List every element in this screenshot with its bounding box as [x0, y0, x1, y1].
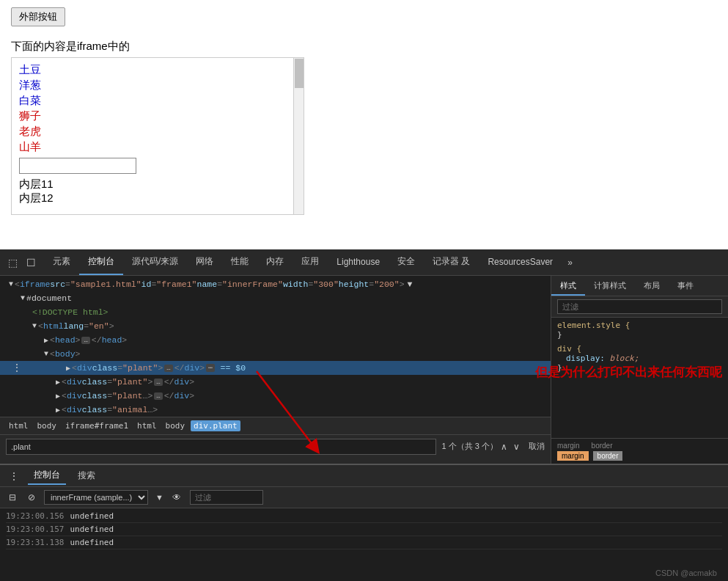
- tree-arrow[interactable]: ▶: [66, 364, 70, 373]
- tree-line-selected[interactable]: ⋮ ▶ <div class="plant" > … </div> ⋯ == $…: [0, 361, 551, 375]
- search-prev-btn[interactable]: ∧: [498, 440, 510, 453]
- log-entry: 19:23:00.157 undefined: [6, 523, 722, 536]
- search-input[interactable]: [6, 439, 436, 455]
- inner-label-1: 内层11: [19, 178, 54, 190]
- breadcrumb-iframe[interactable]: iframe#frame1: [62, 420, 131, 431]
- log-time: 19:23:00.157: [6, 525, 64, 534]
- elements-panel: ▼ <iframe src="sample1.html" id="frame1"…: [0, 276, 551, 464]
- device-icon-btn[interactable]: ☐: [23, 255, 40, 271]
- tab-layout[interactable]: 布局: [635, 277, 669, 296]
- breadcrumb-bar: html body iframe#frame1 html body div.pl…: [0, 417, 551, 434]
- tree-arrow[interactable]: ▼: [21, 294, 25, 302]
- list-item: 白菜: [19, 94, 296, 108]
- style-prop-display: display: block;: [557, 354, 722, 363]
- search-next-btn[interactable]: ∨: [510, 440, 523, 453]
- inner-label-2: 内层12: [19, 191, 54, 204]
- tab-computed[interactable]: 计算样式: [585, 277, 635, 296]
- tree-arrow[interactable]: ▼: [44, 350, 48, 358]
- box-border-label: border: [592, 442, 613, 450]
- box-margin-label: margin: [557, 442, 580, 450]
- tree-line[interactable]: ▶ <div class="plant" > … </div>: [0, 375, 551, 389]
- tree-line[interactable]: ▼ <html lang="en" >: [0, 319, 551, 333]
- log-time: 19:23:00.156: [6, 511, 64, 521]
- breadcrumb-html2[interactable]: html: [134, 420, 160, 431]
- devtools-toolbar: ⬚ ☐ 元素 控制台 源代码/来源 网络 性能 内存 应用 Lighthouse…: [0, 249, 728, 276]
- ext-button[interactable]: 外部按钮: [11, 7, 65, 26]
- tree-arrow[interactable]: ▼: [9, 280, 13, 288]
- list-item: 洋葱: [19, 78, 296, 92]
- tab-recorder[interactable]: 记录器 及: [424, 249, 479, 275]
- tab-search-btn[interactable]: 搜索: [72, 467, 101, 484]
- tab-sources[interactable]: 源代码/来源: [123, 249, 187, 275]
- devtools-tabs: 元素 控制台 源代码/来源 网络 性能 内存 应用 Lighthouse 安全 …: [44, 249, 728, 275]
- console-filter-input[interactable]: [190, 490, 263, 505]
- log-time: 19:23:31.138: [6, 538, 64, 547]
- breadcrumb-divplant[interactable]: div.plant: [191, 420, 240, 431]
- iframe-input[interactable]: [19, 158, 136, 174]
- log-val: undefined: [70, 538, 114, 547]
- tab-resourcessaver[interactable]: ResourcesSaver: [479, 249, 562, 275]
- tree-arrow[interactable]: ▶: [56, 392, 60, 401]
- expand-badge-eq[interactable]: ⋯: [206, 364, 214, 372]
- console-panel: ⋮ 控制台 搜索 ⊟ ⊘ innerFrame (sample...) ▼ 👁 …: [0, 464, 728, 581]
- tab-network[interactable]: 网络: [187, 249, 222, 275]
- tab-elements[interactable]: 元素: [44, 249, 79, 275]
- panel-scrollbar[interactable]: [0, 458, 551, 464]
- tree-arrow[interactable]: ▶: [56, 378, 60, 387]
- breadcrumb-html[interactable]: html: [6, 420, 32, 431]
- v-dots[interactable]: ⋮: [9, 362, 25, 374]
- tab-console[interactable]: 控制台: [79, 249, 123, 275]
- tree-line[interactable]: ▼ <body>: [0, 347, 551, 361]
- tab-console-btn[interactable]: 控制台: [28, 467, 66, 485]
- breadcrumb-body2[interactable]: body: [163, 420, 188, 431]
- sidebar-toggle-btn[interactable]: ⊟: [6, 491, 19, 504]
- box-border-val: border: [593, 451, 623, 461]
- tree-arrow[interactable]: ▶: [56, 406, 60, 414]
- more-tabs-btn[interactable]: »: [562, 257, 578, 268]
- devtools-main: ▼ <iframe src="sample1.html" id="frame1"…: [0, 276, 728, 581]
- tree-line[interactable]: ▼ <iframe src="sample1.html" id="frame1"…: [0, 277, 551, 291]
- tree-line[interactable]: ▼ #document: [0, 291, 551, 305]
- tree-line[interactable]: ▶ <div class="plant … > … </div>: [0, 389, 551, 403]
- inspect-icon-btn[interactable]: ⬚: [4, 255, 21, 271]
- styles-filter-input[interactable]: [557, 299, 722, 314]
- tab-security[interactable]: 安全: [389, 249, 424, 275]
- tree-line[interactable]: <!DOCTYPE html>: [0, 305, 551, 319]
- iframe-content: 土豆 洋葱 白菜 狮子 老虎 山羊 内层11 内层12: [12, 58, 304, 209]
- tab-application[interactable]: 应用: [293, 249, 328, 275]
- box-row: margin border: [557, 451, 722, 461]
- styles-panel: 样式 计算样式 布局 事件 element.style { } div {: [551, 276, 728, 464]
- search-cancel[interactable]: 取消: [529, 441, 545, 452]
- page-description: 下面的内容是iframe中的: [11, 40, 717, 54]
- iframe-scrollbar[interactable]: [293, 58, 304, 214]
- styles-tabs: 样式 计算样式 布局 事件: [551, 276, 728, 296]
- expand-badge[interactable]: …: [164, 365, 172, 372]
- tab-performance[interactable]: 性能: [222, 249, 257, 275]
- breadcrumb-body[interactable]: body: [34, 420, 60, 431]
- list-item: 土豆: [19, 63, 296, 77]
- dollar-sign: == $0: [221, 363, 246, 373]
- frame-select[interactable]: innerFrame (sample...): [44, 490, 148, 505]
- expand-badge[interactable]: …: [81, 337, 89, 344]
- console-dots[interactable]: ⋮: [6, 470, 22, 482]
- log-entry: 19:23:31.138 undefined: [6, 536, 722, 549]
- eye-btn[interactable]: 👁: [169, 491, 184, 504]
- tree-line[interactable]: ▶ <div class="animal … >: [0, 403, 551, 417]
- tab-events[interactable]: 事件: [669, 277, 702, 296]
- clear-console-btn[interactable]: ⊘: [25, 491, 38, 504]
- tab-lighthouse[interactable]: Lighthouse: [328, 249, 389, 275]
- list-item: 老虎: [19, 125, 296, 139]
- toolbar-left: ⬚ ☐: [0, 255, 44, 271]
- tab-memory[interactable]: 内存: [257, 249, 293, 275]
- log-entry: 19:23:00.156 undefined: [6, 510, 722, 523]
- log-val: undefined: [70, 511, 114, 521]
- style-close: }: [557, 330, 722, 340]
- scrollbar-thumb: [295, 59, 304, 88]
- tree-arrow[interactable]: ▼: [32, 322, 37, 330]
- tab-styles[interactable]: 样式: [551, 277, 585, 296]
- box-margin-val: margin: [557, 451, 589, 461]
- tree-arrow[interactable]: ▶: [44, 336, 48, 345]
- devtools-panel: ⬚ ☐ 元素 控制台 源代码/来源 网络 性能 内存 应用 Lighthouse…: [0, 249, 728, 581]
- tree-line[interactable]: ▶ <head> … </head>: [0, 333, 551, 347]
- style-close2: }: [557, 363, 722, 373]
